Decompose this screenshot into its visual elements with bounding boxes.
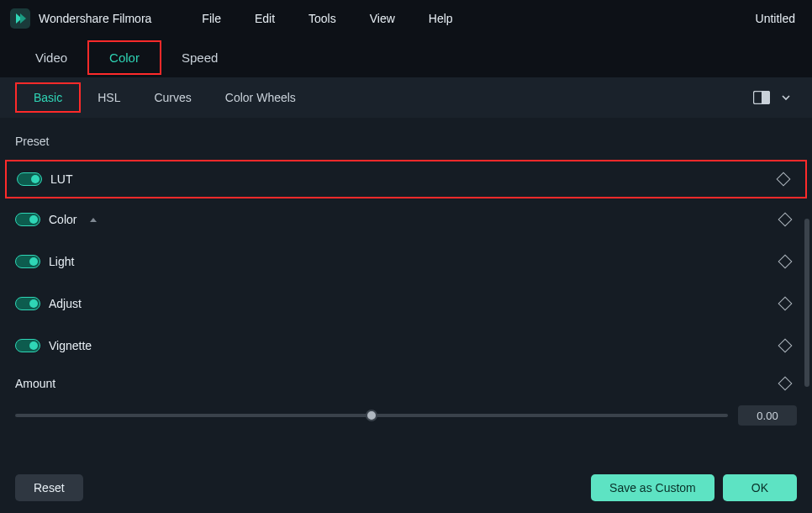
keyframe-vignette-icon[interactable]: [778, 339, 793, 353]
menu-view[interactable]: View: [353, 8, 412, 29]
amount-value[interactable]: 0.00: [738, 405, 797, 426]
app-logo: [10, 8, 30, 29]
ok-button[interactable]: OK: [723, 474, 797, 501]
chevron-down-icon[interactable]: [775, 92, 797, 103]
keyframe-light-icon[interactable]: [778, 255, 793, 269]
prop-row-light: Light: [0, 241, 812, 283]
color-basic-panel: Preset LUT Color Light Adjust Vignette A…: [0, 118, 812, 463]
menu-tools[interactable]: Tools: [292, 8, 353, 29]
app-name: Wondershare Filmora: [39, 12, 151, 25]
prop-label-light: Light: [49, 255, 74, 268]
keyframe-amount-icon[interactable]: [778, 377, 793, 391]
toggle-light[interactable]: [15, 255, 40, 268]
prop-row-adjust: Adjust: [0, 283, 812, 325]
keyframe-adjust-icon[interactable]: [778, 297, 793, 311]
menubar: Wondershare Filmora File Edit Tools View…: [0, 0, 812, 37]
tab-basic[interactable]: Basic: [15, 82, 81, 113]
toggle-adjust[interactable]: [15, 297, 40, 310]
prop-row-color: Color: [0, 198, 812, 241]
tab-curves[interactable]: Curves: [137, 84, 208, 111]
prop-label-vignette: Vignette: [49, 339, 92, 352]
filmora-logo-icon: [13, 12, 27, 25]
preset-label: Preset: [0, 133, 812, 160]
reset-button[interactable]: Reset: [15, 474, 83, 501]
amount-label: Amount: [15, 377, 55, 390]
svg-rect-1: [762, 92, 769, 103]
caret-up-icon[interactable]: [90, 218, 97, 222]
menu-edit[interactable]: Edit: [238, 8, 292, 29]
document-title: Untitled: [756, 12, 802, 25]
prop-row-vignette: Vignette: [0, 325, 812, 367]
keyframe-lut-icon[interactable]: [777, 172, 791, 187]
primary-tabs: Video Color Speed: [0, 37, 812, 77]
compare-view-icon[interactable]: [748, 91, 775, 104]
menu-file[interactable]: File: [185, 8, 238, 29]
amount-section: Amount 0.00: [0, 367, 812, 426]
prop-label-color: Color: [49, 213, 76, 226]
toggle-color[interactable]: [15, 213, 40, 226]
tab-speed[interactable]: Speed: [161, 42, 238, 73]
prop-label-lut: LUT: [50, 172, 72, 186]
prop-label-adjust: Adjust: [49, 297, 82, 310]
panel-scrollbar[interactable]: [804, 219, 809, 387]
secondary-tabs: Basic HSL Curves Color Wheels: [0, 77, 812, 118]
toggle-lut[interactable]: [17, 172, 42, 186]
amount-slider-thumb[interactable]: [366, 410, 377, 421]
prop-row-lut: LUT: [5, 160, 807, 198]
toggle-vignette[interactable]: [15, 339, 40, 352]
tab-video[interactable]: Video: [15, 42, 87, 73]
keyframe-color-icon[interactable]: [778, 213, 793, 227]
menu-help[interactable]: Help: [412, 8, 470, 29]
amount-slider[interactable]: [15, 414, 728, 417]
footer-buttons: Reset Save as Custom OK: [0, 463, 812, 513]
tab-hsl[interactable]: HSL: [81, 84, 137, 111]
tab-color-wheels[interactable]: Color Wheels: [208, 84, 313, 111]
save-as-custom-button[interactable]: Save as Custom: [591, 474, 714, 501]
tab-color[interactable]: Color: [87, 40, 161, 75]
